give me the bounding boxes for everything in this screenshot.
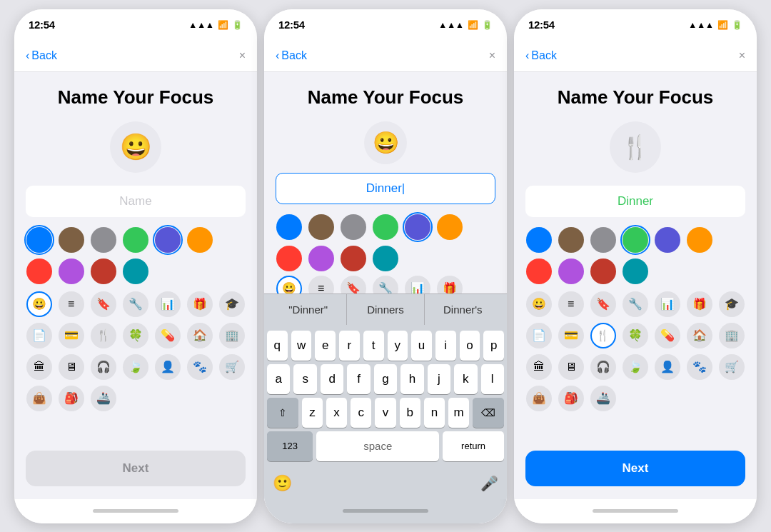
- icon-home[interactable]: 🏠: [187, 323, 213, 348]
- icon-building-3[interactable]: 🏢: [719, 323, 745, 348]
- mic-icon[interactable]: 🎤: [480, 475, 498, 492]
- key-m[interactable]: m: [448, 398, 469, 428]
- icon-bookmark-3[interactable]: 🔖: [590, 291, 616, 317]
- key-d[interactable]: d: [321, 364, 343, 394]
- icon-home-3[interactable]: 🏠: [687, 323, 712, 348]
- color-violet-2[interactable]: [308, 246, 334, 271]
- icon-cart[interactable]: 🛒: [219, 354, 245, 380]
- color-purple-3[interactable]: [655, 227, 680, 253]
- key-j[interactable]: j: [428, 364, 450, 394]
- back-button-3[interactable]: ‹ Back: [525, 49, 557, 62]
- autocomplete-dinners[interactable]: Dinners: [347, 294, 424, 325]
- color-darkred[interactable]: [91, 259, 116, 284]
- icon-grad-3[interactable]: 🎓: [719, 291, 745, 317]
- key-x[interactable]: x: [326, 398, 347, 428]
- icon-wrench[interactable]: 🔧: [123, 291, 148, 317]
- color-red[interactable]: [26, 259, 52, 284]
- key-v[interactable]: v: [375, 398, 395, 428]
- icon-grad[interactable]: 🎓: [219, 291, 245, 317]
- key-h[interactable]: h: [400, 364, 423, 394]
- key-b[interactable]: b: [400, 398, 420, 428]
- key-g[interactable]: g: [374, 364, 397, 394]
- key-return[interactable]: return: [443, 431, 504, 461]
- color-green-selected-3[interactable]: [623, 227, 648, 253]
- color-teal[interactable]: [123, 259, 148, 284]
- icon-pill[interactable]: 💊: [155, 323, 181, 348]
- icon-emoji-3[interactable]: 😀: [526, 291, 552, 317]
- color-darkred-3[interactable]: [590, 259, 616, 284]
- color-blue-3[interactable]: [526, 227, 552, 253]
- key-o[interactable]: o: [460, 331, 480, 361]
- key-s[interactable]: s: [293, 364, 316, 394]
- next-button-1[interactable]: Next: [26, 451, 246, 486]
- icon-cart-3[interactable]: 🛒: [719, 354, 745, 380]
- color-brown-3[interactable]: [558, 227, 584, 253]
- name-input-1[interactable]: Name: [26, 186, 246, 217]
- color-violet-3[interactable]: [558, 259, 584, 284]
- color-orange[interactable]: [187, 227, 213, 253]
- icon-bag[interactable]: 👜: [26, 386, 52, 411]
- color-gray-2[interactable]: [341, 214, 366, 240]
- icon-chart-3[interactable]: 📊: [655, 291, 680, 317]
- icon-emoji[interactable]: 😀: [26, 291, 52, 317]
- key-r[interactable]: r: [339, 331, 360, 361]
- color-red-3[interactable]: [526, 259, 552, 284]
- key-p[interactable]: p: [483, 331, 504, 361]
- color-red-2[interactable]: [276, 246, 302, 271]
- name-input-2[interactable]: Dinner|: [276, 173, 495, 204]
- emoji-keyboard-icon[interactable]: 🙂: [273, 474, 292, 493]
- autocomplete-dinners-apos[interactable]: Dinner's: [425, 294, 501, 325]
- icon-wrench-3[interactable]: 🔧: [623, 291, 648, 317]
- icon-monitor[interactable]: 🖥: [59, 354, 84, 380]
- next-button-3[interactable]: Next: [525, 451, 745, 486]
- icon-doc[interactable]: 📄: [26, 323, 52, 348]
- icon-bag-3[interactable]: 👜: [526, 386, 552, 411]
- icon-bank[interactable]: 🏛: [26, 354, 52, 380]
- icon-backpack[interactable]: 🎒: [59, 386, 84, 411]
- icon-leaf[interactable]: 🍃: [123, 354, 148, 380]
- emoji-circle-1[interactable]: 😀: [110, 121, 161, 173]
- key-w[interactable]: w: [291, 331, 312, 361]
- key-f[interactable]: f: [347, 364, 370, 394]
- key-k[interactable]: k: [454, 364, 477, 394]
- color-green[interactable]: [123, 227, 148, 253]
- color-brown[interactable]: [59, 227, 84, 253]
- color-blue-2[interactable]: [276, 214, 302, 240]
- icon-person-3[interactable]: 👤: [655, 354, 680, 380]
- icon-gift[interactable]: 🎁: [187, 291, 213, 317]
- color-brown-2[interactable]: [308, 214, 334, 240]
- icon-leaf-3[interactable]: 🍃: [623, 354, 648, 380]
- color-darkred-2[interactable]: [341, 246, 366, 271]
- icon-person[interactable]: 👤: [155, 354, 181, 380]
- emoji-circle-2[interactable]: 😀: [364, 121, 407, 164]
- icon-fork[interactable]: 🍴: [91, 323, 116, 348]
- close-button-2[interactable]: ×: [489, 49, 495, 62]
- color-purple-selected-2[interactable]: [405, 214, 430, 240]
- key-i[interactable]: i: [435, 331, 456, 361]
- key-a[interactable]: a: [267, 364, 290, 394]
- key-space[interactable]: space: [316, 431, 439, 461]
- icon-card-3[interactable]: 💳: [558, 323, 584, 348]
- icon-headphone-3[interactable]: 🎧: [590, 354, 616, 380]
- key-l[interactable]: l: [481, 364, 504, 394]
- color-gray-3[interactable]: [590, 227, 616, 253]
- icon-list-3[interactable]: ≡: [558, 291, 584, 317]
- key-z[interactable]: z: [302, 398, 323, 428]
- key-t[interactable]: t: [363, 331, 384, 361]
- back-button-2[interactable]: ‹ Back: [276, 49, 307, 62]
- icon-doc-3[interactable]: 📄: [526, 323, 552, 348]
- color-orange-2[interactable]: [437, 214, 463, 240]
- key-shift[interactable]: ⇧: [267, 398, 298, 428]
- key-delete[interactable]: ⌫: [473, 398, 504, 428]
- icon-clover[interactable]: 🍀: [123, 323, 148, 348]
- color-teal-2[interactable]: [373, 246, 398, 271]
- icon-backpack-3[interactable]: 🎒: [558, 386, 584, 411]
- icon-card[interactable]: 💳: [59, 323, 84, 348]
- icon-gift-3[interactable]: 🎁: [687, 291, 712, 317]
- close-button-1[interactable]: ×: [239, 49, 246, 62]
- icon-pill-3[interactable]: 💊: [655, 323, 680, 348]
- color-violet[interactable]: [59, 259, 84, 284]
- icon-paw[interactable]: 🐾: [187, 354, 213, 380]
- key-u[interactable]: u: [411, 331, 432, 361]
- autocomplete-dinner-quoted[interactable]: "Dinner": [270, 294, 347, 325]
